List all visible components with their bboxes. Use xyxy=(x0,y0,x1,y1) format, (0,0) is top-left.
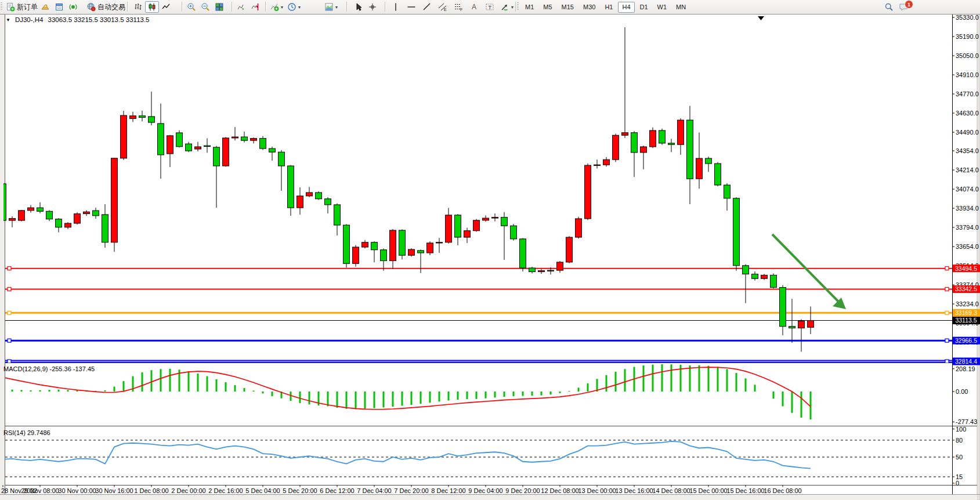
candle xyxy=(353,247,359,263)
label-icon: T xyxy=(485,2,494,12)
svg-text:8 Dec 12:00: 8 Dec 12:00 xyxy=(431,487,465,494)
candle xyxy=(631,133,638,153)
candle xyxy=(436,242,443,243)
zoom-in-button[interactable] xyxy=(185,1,198,13)
svg-text:34354.0: 34354.0 xyxy=(956,147,979,154)
candle xyxy=(139,116,146,118)
cursor-icon xyxy=(354,2,363,12)
indicators-button[interactable]: ▼ xyxy=(268,1,285,13)
time-axis[interactable]: 28 Nov 202229 Nov 08:0030 Nov 00:0030 No… xyxy=(1,485,802,494)
toolbar-separator xyxy=(127,2,128,12)
line-anchor[interactable] xyxy=(8,287,11,291)
vertical-line-button[interactable] xyxy=(389,1,403,13)
bar-chart-type-button[interactable] xyxy=(131,1,145,13)
line-anchor[interactable] xyxy=(8,360,11,363)
arrows-tool-button[interactable]: ▼ xyxy=(498,1,516,13)
toolbar-grip[interactable] xyxy=(517,2,519,11)
new-order-icon xyxy=(6,2,15,12)
candle xyxy=(761,275,768,278)
candle xyxy=(548,270,554,271)
candlestick-chart-type-button[interactable] xyxy=(145,1,159,13)
candlestick-chart-icon xyxy=(147,2,157,12)
timeframe-m30[interactable]: M30 xyxy=(579,2,599,13)
periods-button[interactable]: ▼ xyxy=(285,1,303,13)
line-chart-type-button[interactable] xyxy=(159,1,173,13)
template-icon xyxy=(324,2,334,12)
candle xyxy=(576,219,582,237)
expand-triangle-icon[interactable]: ▼ xyxy=(6,17,10,23)
line-anchor[interactable] xyxy=(945,339,949,342)
candle xyxy=(176,133,183,147)
timeframe-m5[interactable]: M5 xyxy=(539,2,556,13)
trendline-button[interactable] xyxy=(420,1,434,13)
chart-symbol-period: DJ30-,H4 xyxy=(15,16,44,23)
svg-text:7 Dec 04:00: 7 Dec 04:00 xyxy=(357,487,391,494)
timeframe-w1[interactable]: W1 xyxy=(653,2,671,13)
timeframe-h1[interactable]: H1 xyxy=(601,2,617,13)
left-margin xyxy=(0,14,5,500)
candle xyxy=(28,208,34,211)
candle xyxy=(538,271,545,272)
svg-text:0: 0 xyxy=(956,480,959,487)
new-order-button[interactable]: 新订单 xyxy=(3,1,41,13)
chevron-down-icon: ▼ xyxy=(280,5,284,9)
candle xyxy=(808,320,814,327)
template-button[interactable]: ▼ xyxy=(323,1,340,13)
svg-text:33794.0: 33794.0 xyxy=(956,224,979,231)
svg-text:33169.3: 33169.3 xyxy=(955,309,977,316)
line-anchor[interactable] xyxy=(945,287,949,291)
market-watch-button[interactable] xyxy=(38,1,52,13)
fibonacci-icon: F xyxy=(454,2,463,12)
zoom-out-button[interactable] xyxy=(198,1,212,13)
toolbar-separator xyxy=(346,2,348,12)
fibonacci-button[interactable]: F xyxy=(451,1,465,13)
line-anchor[interactable] xyxy=(8,339,11,342)
candle xyxy=(780,288,786,327)
candle xyxy=(641,147,647,153)
line-anchor[interactable] xyxy=(8,311,11,314)
search-button[interactable] xyxy=(882,1,896,13)
line-anchor[interactable] xyxy=(945,311,949,314)
toolbar-grip[interactable] xyxy=(1,2,2,11)
toolbar-separator xyxy=(515,2,516,12)
timeframe-m1[interactable]: M1 xyxy=(521,2,538,13)
line-anchor[interactable] xyxy=(8,267,11,270)
data-window-button[interactable] xyxy=(52,1,66,13)
equidistant-channel-button[interactable]: E xyxy=(436,1,450,13)
candle xyxy=(297,196,303,208)
svg-text:32814.4: 32814.4 xyxy=(955,358,977,365)
navigator-button[interactable] xyxy=(66,1,80,13)
line-anchor[interactable] xyxy=(945,360,949,363)
timeframe-mn[interactable]: MN xyxy=(672,2,690,13)
auto-scroll-button[interactable] xyxy=(234,1,248,13)
candle xyxy=(316,193,322,199)
text-label-button[interactable]: T xyxy=(483,1,497,13)
timeframe-h4[interactable]: H4 xyxy=(618,2,634,13)
timeframe-d1[interactable]: D1 xyxy=(636,2,652,13)
candle xyxy=(390,230,396,261)
scrollbar[interactable] xyxy=(977,14,980,500)
auto-trading-button[interactable]: 自动交易 xyxy=(84,1,128,13)
chat-button[interactable]: 1 xyxy=(896,1,912,13)
svg-text:34214.0: 34214.0 xyxy=(956,166,979,173)
candle xyxy=(687,120,693,179)
svg-text:33234.0: 33234.0 xyxy=(956,300,979,307)
text-button[interactable]: A xyxy=(467,1,481,13)
chart-shift-button[interactable] xyxy=(248,1,262,13)
crosshair-button[interactable] xyxy=(366,1,379,13)
horizontal-line-button[interactable] xyxy=(404,1,418,13)
zoom-in-icon xyxy=(187,2,196,12)
svg-text:5 Dec 20:00: 5 Dec 20:00 xyxy=(283,487,317,494)
line-anchor[interactable] xyxy=(945,267,949,270)
svg-text:16 Dec 08:00: 16 Dec 08:00 xyxy=(764,487,801,494)
candle xyxy=(334,205,341,225)
timeframe-m15[interactable]: M15 xyxy=(558,2,578,13)
candle xyxy=(715,164,721,185)
svg-text:33934.0: 33934.0 xyxy=(956,205,979,212)
cursor-button[interactable] xyxy=(352,1,366,13)
chart-canvas[interactable]: 35330.035190.035050.034910.034770.034630… xyxy=(0,14,980,500)
candle xyxy=(752,274,758,278)
chart-area[interactable]: 35330.035190.035050.034910.034770.034630… xyxy=(0,14,980,500)
candle xyxy=(427,243,433,253)
tile-windows-button[interactable] xyxy=(212,1,226,13)
